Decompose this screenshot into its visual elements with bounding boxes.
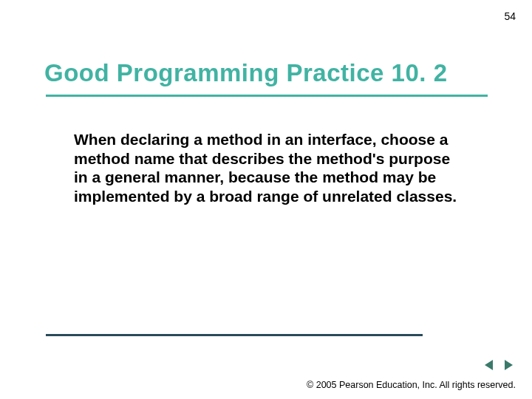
copyright-text: © 2005 Pearson Education, Inc. All right…: [307, 380, 516, 390]
triangle-right-icon: [502, 359, 514, 371]
footer-rule: [46, 334, 423, 336]
nav-controls: [482, 358, 516, 372]
triangle-left-icon: [483, 359, 495, 371]
svg-marker-0: [485, 360, 493, 370]
slide-title: Good Programming Practice 10. 2: [44, 59, 448, 87]
prev-button[interactable]: [482, 358, 497, 372]
title-underline: [46, 95, 488, 97]
page-number: 54: [504, 10, 516, 22]
svg-marker-1: [505, 360, 513, 370]
next-button[interactable]: [501, 358, 516, 372]
body-text: When declaring a method in an interface,…: [74, 130, 466, 205]
